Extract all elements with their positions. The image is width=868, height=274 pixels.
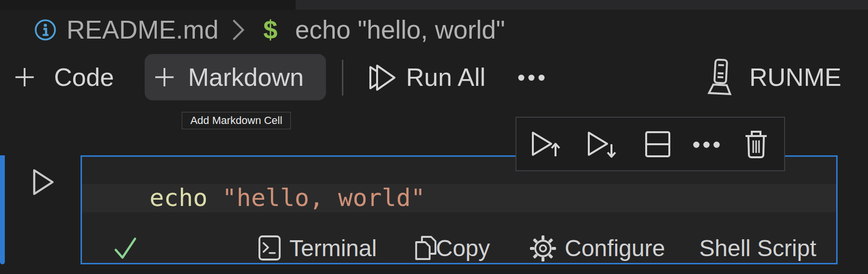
gear-icon[interactable] — [529, 235, 556, 262]
tooltip: Add Markdown Cell — [182, 112, 291, 129]
execute-below-icon[interactable] — [585, 128, 617, 160]
configure-button-label[interactable]: Configure — [565, 237, 665, 260]
runme-brand-label: RUNME — [749, 64, 841, 91]
breadcrumb-command[interactable]: echo "hello, world" — [295, 16, 505, 43]
success-check-icon — [113, 235, 137, 261]
runme-logo-icon — [704, 58, 737, 96]
run-all-label[interactable]: Run All — [406, 64, 486, 91]
notebook-cell: echo "hello, world" Terminal Copy — [81, 155, 838, 264]
execute-above-icon[interactable] — [529, 128, 561, 160]
breadcrumb-file[interactable]: README.md — [67, 16, 218, 43]
toolbar-separator — [342, 60, 343, 96]
terminal-button-label[interactable]: Terminal — [289, 237, 377, 260]
notebook-editor: README.md $ echo "hello, world" Code Mar… — [0, 0, 868, 274]
add-markdown-button[interactable]: Markdown — [145, 54, 326, 100]
cell-code-line[interactable]: echo "hello, world" — [149, 184, 425, 212]
add-code-label[interactable]: Code — [54, 64, 114, 91]
add-markdown-label[interactable]: Markdown — [188, 64, 304, 91]
info-icon — [34, 18, 57, 41]
plus-icon — [14, 66, 36, 88]
more-actions-icon[interactable] — [517, 74, 545, 82]
copy-button-label[interactable]: Copy — [436, 237, 490, 260]
run-all-icon[interactable] — [366, 62, 397, 94]
trash-icon[interactable] — [742, 128, 771, 160]
chevron-right-icon — [230, 16, 246, 44]
cell-focus-bar — [0, 155, 5, 264]
language-picker-label[interactable]: Shell Script — [699, 237, 816, 260]
breadcrumb-symbol-dollar[interactable]: $ — [263, 16, 277, 43]
split-cell-icon[interactable] — [643, 129, 672, 159]
run-cell-button[interactable] — [32, 167, 56, 196]
cell-hover-toolbar — [515, 117, 785, 171]
more-actions-icon[interactable] — [692, 141, 720, 149]
terminal-icon[interactable] — [258, 234, 282, 262]
tab-bar-background — [296, 0, 868, 10]
copy-icon[interactable] — [413, 233, 439, 262]
plus-icon — [153, 66, 176, 88]
active-tab-edge — [0, 0, 296, 10]
